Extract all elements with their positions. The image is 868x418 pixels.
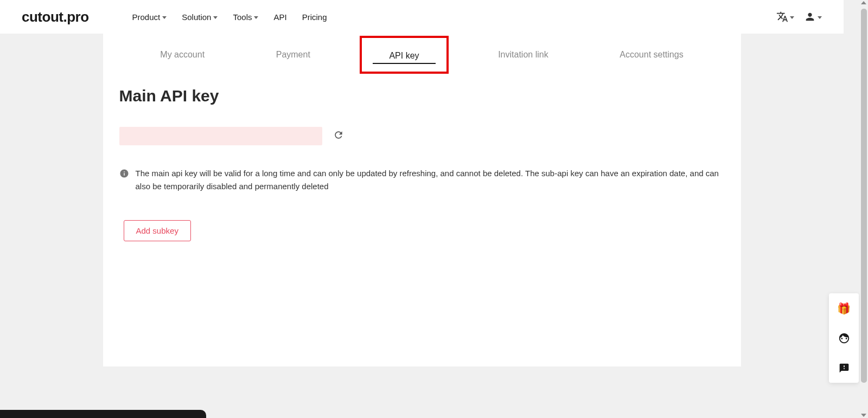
header-right [776, 11, 822, 23]
account-tabs: My account Payment API key Invitation li… [103, 34, 741, 76]
page-title: Main API key [119, 87, 725, 105]
account-button[interactable] [804, 11, 822, 23]
nav-tools-label: Tools [233, 12, 252, 22]
refresh-button[interactable] [333, 130, 344, 143]
info-text: The main api key will be valid for a lon… [136, 167, 725, 193]
face-icon [838, 332, 844, 344]
chevron-down-icon [213, 16, 218, 19]
chevron-down-icon [790, 16, 794, 19]
info-row: The main api key will be valid for a lon… [119, 167, 725, 193]
info-icon [119, 169, 129, 181]
nav-pricing-label: Pricing [302, 12, 327, 22]
nav-solution[interactable]: Solution [182, 12, 218, 22]
logo[interactable]: cutout.pro [22, 9, 89, 25]
chevron-down-icon [162, 16, 167, 19]
sidebar-widgets: 🎁 [829, 293, 844, 383]
tab-api-key[interactable]: API key [360, 36, 448, 74]
person-icon [804, 11, 816, 23]
refresh-icon [333, 130, 344, 140]
language-button[interactable] [776, 11, 794, 23]
bottom-shadow [0, 410, 206, 418]
add-subkey-button[interactable]: Add subkey [124, 220, 191, 241]
content-card: My account Payment API key Invitation li… [103, 34, 741, 366]
gift-widget[interactable]: 🎁 [829, 293, 844, 323]
tab-account-settings[interactable]: Account settings [598, 42, 705, 68]
chevron-down-icon [254, 16, 258, 19]
nav-api-label: API [273, 12, 286, 22]
gift-icon: 🎁 [837, 302, 844, 315]
api-key-row [119, 127, 725, 145]
nav-product-label: Product [132, 12, 161, 22]
main-content: Main API key The main api key will be va… [103, 76, 741, 252]
nav-pricing[interactable]: Pricing [302, 12, 327, 22]
feedback-widget[interactable] [829, 353, 844, 383]
nav-tools[interactable]: Tools [233, 12, 258, 22]
support-widget[interactable] [829, 323, 844, 353]
main-nav: Product Solution Tools API Pricing [132, 12, 776, 22]
translate-icon [776, 11, 788, 23]
tab-invitation-link[interactable]: Invitation link [476, 42, 570, 68]
content-wrapper: My account Payment API key Invitation li… [0, 34, 844, 366]
nav-product[interactable]: Product [132, 12, 167, 22]
tab-my-account[interactable]: My account [138, 42, 226, 68]
nav-solution-label: Solution [182, 12, 211, 22]
chevron-down-icon [818, 16, 822, 19]
tab-payment[interactable]: Payment [254, 42, 332, 68]
api-key-value[interactable] [119, 127, 322, 145]
header: cutout.pro Product Solution Tools API Pr… [0, 0, 844, 34]
nav-api[interactable]: API [273, 12, 286, 22]
feedback-icon [839, 363, 844, 374]
